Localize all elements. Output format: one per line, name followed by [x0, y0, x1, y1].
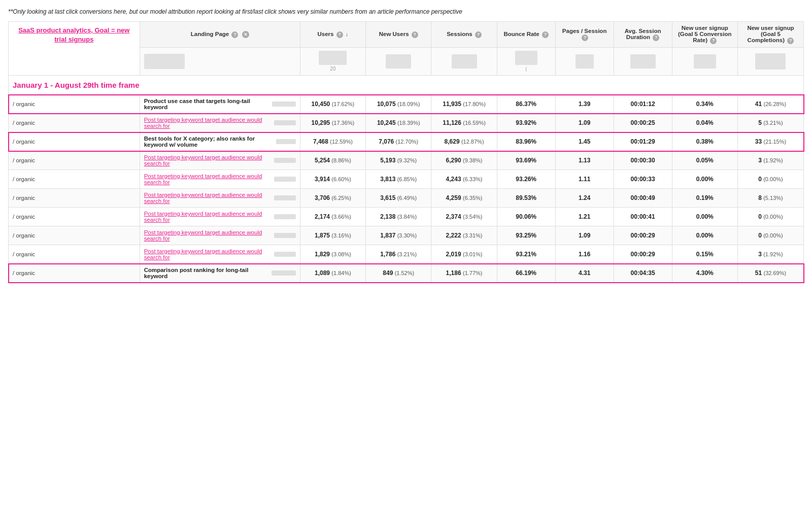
table-row: / organicPost targeting keyword target a…: [9, 208, 804, 226]
sessions-cell: 2,374 (3.54%): [431, 208, 497, 226]
completions-cell: 5 (3.21%): [737, 114, 803, 132]
new-users-cell: 2,138 (3.84%): [366, 208, 431, 226]
sessions-cell: 8,629 (12.87%): [431, 132, 497, 151]
new-users-cell: 1,786 (3.21%): [366, 245, 431, 264]
signup-rate-cell: 0.19%: [672, 189, 737, 208]
landing-cell[interactable]: Comparison post ranking for long-tail ke…: [140, 264, 300, 283]
signup-rate-cell: 0.38%: [672, 132, 737, 151]
completions-cell: 3 (1.92%): [737, 151, 803, 170]
table-row: / organicPost targeting keyword target a…: [9, 114, 804, 132]
completions-cell: 51 (32.69%): [737, 264, 803, 283]
bounce-rate-cell: 90.06%: [497, 208, 555, 226]
users-cell: 10,295 (17.36%): [300, 114, 365, 132]
pages-session-cell: 1.09: [555, 114, 614, 132]
users-cell: 3,914 (6.60%): [300, 170, 365, 189]
sessions-cell: 4,243 (6.33%): [431, 170, 497, 189]
avg-session-cell: 00:01:29: [614, 132, 672, 151]
source-cell: / organic: [9, 226, 140, 245]
col-pages-session: Pages / Session ?: [555, 22, 614, 48]
new-users-cell: 5,193 (9.32%): [366, 151, 431, 170]
landing-cell[interactable]: Post targeting keyword target audience w…: [140, 226, 300, 245]
col-new-user-signup-completions: New user signup (Goal 5 Completions) ?: [737, 22, 803, 48]
pages-session-cell: 1.24: [555, 189, 614, 208]
bounce-rate-cell: 89.53%: [497, 189, 555, 208]
bounce-rate-help-icon[interactable]: ?: [542, 31, 549, 38]
completions-cell: 33 (21.15%): [737, 132, 803, 151]
source-cell: / organic: [9, 95, 140, 114]
signup-rate-cell: 0.15%: [672, 245, 737, 264]
landing-cell[interactable]: Post targeting keyword target audience w…: [140, 245, 300, 264]
completions-cell: 8 (5.13%): [737, 189, 803, 208]
signup-rate-cell: 0.04%: [672, 114, 737, 132]
avg-session-cell: 00:00:30: [614, 151, 672, 170]
users-cell: 10,450 (17.62%): [300, 95, 365, 114]
col-landing-page: Landing Page ? ✕: [140, 22, 300, 48]
signup-rate-help-icon[interactable]: ?: [710, 38, 717, 44]
new-users-help-icon[interactable]: ?: [412, 31, 418, 38]
source-cell: / organic: [9, 189, 140, 208]
avg-session-cell: 00:00:29: [614, 226, 672, 245]
pages-session-cell: 1.45: [555, 132, 614, 151]
source-cell: / organic: [9, 264, 140, 283]
source-cell: / organic: [9, 151, 140, 170]
landing-cell[interactable]: Post targeting keyword target audience w…: [140, 208, 300, 226]
avg-session-cell: 00:00:41: [614, 208, 672, 226]
source-cell: / organic: [9, 245, 140, 264]
pages-session-cell: 1.16: [555, 245, 614, 264]
table-row: / organicPost targeting keyword target a…: [9, 189, 804, 208]
landing-cell[interactable]: Product use case that targets long-tail …: [140, 95, 300, 114]
col-new-user-signup-rate: New user signup (Goal 5 Conversion Rate)…: [672, 22, 737, 48]
new-users-cell: 10,245 (18.39%): [366, 114, 431, 132]
bounce-rate-cell: 93.21%: [497, 245, 555, 264]
sessions-cell: 6,290 (9.38%): [431, 151, 497, 170]
avg-session-help-icon[interactable]: ?: [653, 35, 659, 41]
signup-rate-cell: 0.34%: [672, 95, 737, 114]
users-cell: 5,254 (8.86%): [300, 151, 365, 170]
signup-rate-cell: 0.00%: [672, 170, 737, 189]
avg-session-cell: 00:00:29: [614, 245, 672, 264]
sidebar-label: SaaS product analytics, Goal = new trial…: [13, 26, 136, 44]
landing-cell[interactable]: Post targeting keyword target audience w…: [140, 151, 300, 170]
users-cell: 3,706 (6.25%): [300, 189, 365, 208]
pages-session-cell: 1.21: [555, 208, 614, 226]
landing-cell[interactable]: Post targeting keyword target audience w…: [140, 189, 300, 208]
source-cell: / organic: [9, 132, 140, 151]
pages-session-cell: 1.39: [555, 95, 614, 114]
users-cell: 1,875 (3.16%): [300, 226, 365, 245]
users-cell: 1,089 (1.84%): [300, 264, 365, 283]
source-cell: / organic: [9, 170, 140, 189]
users-sort-icon[interactable]: ↓: [346, 31, 349, 37]
sessions-cell: 2,222 (3.31%): [431, 226, 497, 245]
landing-cell[interactable]: Best tools for X category; also ranks fo…: [140, 132, 300, 151]
bounce-rate-cell: 93.92%: [497, 114, 555, 132]
col-signup-rate-label: New user signup (Goal 5 Conversion Rate): [678, 25, 731, 43]
landing-cell[interactable]: Post targeting keyword target audience w…: [140, 170, 300, 189]
bounce-rate-cell: 93.25%: [497, 226, 555, 245]
bounce-rate-cell: 93.26%: [497, 170, 555, 189]
new-users-cell: 7,076 (12.70%): [366, 132, 431, 151]
pages-session-help-icon[interactable]: ?: [582, 35, 588, 41]
table-row: / organicProduct use case that targets l…: [9, 95, 804, 114]
landing-cell[interactable]: Post targeting keyword target audience w…: [140, 114, 300, 132]
users-help-icon[interactable]: ?: [336, 31, 343, 38]
sessions-cell: 1,186 (1.77%): [431, 264, 497, 283]
users-cell: 1,829 (3.08%): [300, 245, 365, 264]
bounce-rate-cell: 66.19%: [497, 264, 555, 283]
signup-rate-cell: 0.00%: [672, 208, 737, 226]
completions-help-icon[interactable]: ?: [787, 38, 794, 44]
table-row: / organicPost targeting keyword target a…: [9, 226, 804, 245]
signup-rate-cell: 0.00%: [672, 226, 737, 245]
avg-session-cell: 00:01:12: [614, 95, 672, 114]
landing-close-icon[interactable]: ✕: [242, 31, 249, 38]
signup-rate-cell: 4.30%: [672, 264, 737, 283]
completions-cell: 0 (0.00%): [737, 208, 803, 226]
pages-session-cell: 4.31: [555, 264, 614, 283]
new-users-cell: 10,075 (18.09%): [366, 95, 431, 114]
sessions-cell: 11,935 (17.80%): [431, 95, 497, 114]
landing-help-icon[interactable]: ?: [231, 31, 238, 38]
table-row: / organicBest tools for X category; also…: [9, 132, 804, 151]
sessions-cell: 2,019 (3.01%): [431, 245, 497, 264]
sessions-cell: 4,259 (6.35%): [431, 189, 497, 208]
sessions-help-icon[interactable]: ?: [475, 31, 482, 38]
avg-session-cell: 00:00:33: [614, 170, 672, 189]
